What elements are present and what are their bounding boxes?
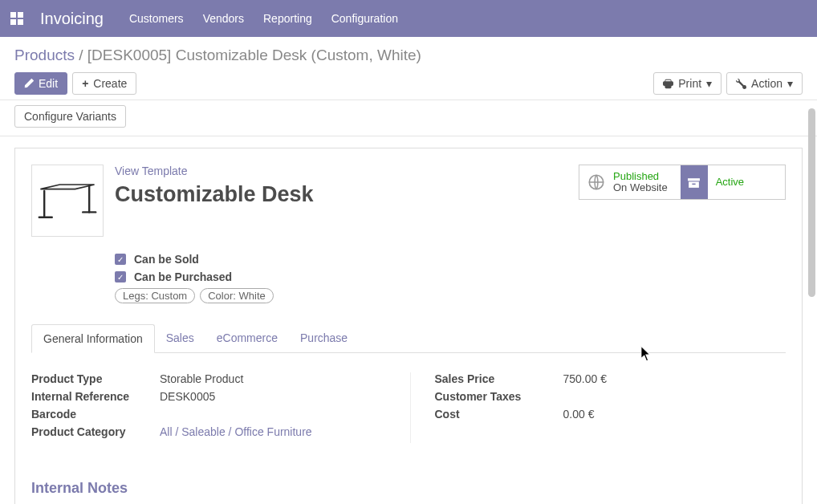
internal-ref-value: DESK0005 bbox=[160, 390, 215, 403]
active-stat[interactable]: Active bbox=[708, 165, 757, 199]
product-title: Customizable Desk bbox=[115, 182, 579, 207]
globe-icon bbox=[587, 173, 605, 191]
print-button[interactable]: Print ▾ bbox=[653, 72, 721, 95]
sales-price-value: 750.00 € bbox=[563, 372, 608, 385]
variant-tags: Legs: Custom Color: White bbox=[115, 288, 786, 303]
can-be-sold-label: Can be Sold bbox=[134, 253, 199, 266]
notebook-tabs: General Information Sales eCommerce Purc… bbox=[31, 324, 786, 353]
sales-price-label: Sales Price bbox=[435, 372, 563, 385]
nav-vendors[interactable]: Vendors bbox=[203, 12, 244, 25]
printer-icon bbox=[663, 79, 673, 89]
svg-rect-2 bbox=[10, 19, 16, 25]
plus-icon: + bbox=[82, 77, 88, 90]
create-button[interactable]: + Create bbox=[72, 72, 136, 95]
nav-configuration[interactable]: Configuration bbox=[331, 12, 398, 25]
svg-rect-0 bbox=[10, 12, 16, 18]
can-be-purchased-label: Can be Purchased bbox=[134, 270, 232, 283]
scrollbar-thumb[interactable] bbox=[808, 108, 815, 297]
tab-general-info[interactable]: General Information bbox=[31, 324, 155, 353]
app-brand[interactable]: Invoicing bbox=[40, 10, 104, 28]
button-box-bar: Configure Variants bbox=[0, 100, 817, 136]
form-sheet: View Template Customizable Desk Publishe… bbox=[14, 148, 803, 504]
product-category-label: Product Category bbox=[31, 425, 160, 438]
control-panel: Products / [DESK0005] Customizable Desk … bbox=[0, 37, 817, 100]
can-be-sold-row: ✓ Can be Sold bbox=[115, 253, 786, 266]
pencil-icon bbox=[24, 79, 34, 88]
internal-notes-heading: Internal Notes bbox=[31, 480, 786, 497]
nav-menu: Customers Vendors Reporting Configuratio… bbox=[129, 12, 398, 25]
nav-reporting[interactable]: Reporting bbox=[263, 12, 312, 25]
breadcrumb-current: [DESK0005] Customizable Desk (Custom, Wh… bbox=[87, 47, 421, 63]
top-nav: Invoicing Customers Vendors Reporting Co… bbox=[0, 0, 817, 37]
view-template-link[interactable]: View Template bbox=[115, 165, 188, 177]
tab-purchase[interactable]: Purchase bbox=[289, 324, 359, 352]
svg-rect-9 bbox=[688, 178, 700, 181]
product-type-label: Product Type bbox=[31, 372, 160, 385]
checkbox-purchased[interactable]: ✓ bbox=[115, 271, 126, 282]
breadcrumb-sep: / bbox=[75, 47, 87, 63]
product-image[interactable] bbox=[31, 165, 104, 237]
general-info-panel: Product Type Storable Product Internal R… bbox=[31, 372, 786, 443]
archive-icon bbox=[687, 176, 701, 189]
caret-down-icon: ▾ bbox=[706, 77, 712, 90]
product-category-value[interactable]: All / Saleable / Office Furniture bbox=[160, 425, 312, 438]
on-website-label: On Website bbox=[613, 182, 668, 193]
svg-rect-3 bbox=[18, 19, 23, 25]
svg-rect-11 bbox=[693, 183, 696, 185]
published-stat[interactable]: Published On Website bbox=[579, 165, 681, 199]
breadcrumb: Products / [DESK0005] Customizable Desk … bbox=[14, 47, 803, 64]
tag-legs: Legs: Custom bbox=[115, 288, 195, 303]
edit-button[interactable]: Edit bbox=[14, 72, 67, 95]
breadcrumb-root[interactable]: Products bbox=[14, 47, 75, 63]
cost-value: 0.00 € bbox=[563, 408, 595, 421]
cost-label: Cost bbox=[435, 408, 563, 421]
tab-ecommerce[interactable]: eCommerce bbox=[205, 324, 289, 352]
checkbox-sold[interactable]: ✓ bbox=[115, 254, 126, 265]
internal-ref-label: Internal Reference bbox=[31, 390, 160, 403]
published-label: Published bbox=[613, 171, 668, 182]
configure-variants-button[interactable]: Configure Variants bbox=[14, 105, 126, 128]
tag-color: Color: White bbox=[200, 288, 274, 303]
archive-icon-block bbox=[681, 165, 708, 199]
tab-sales[interactable]: Sales bbox=[155, 324, 205, 352]
action-button[interactable]: Action ▾ bbox=[726, 72, 803, 95]
product-type-value: Storable Product bbox=[160, 372, 243, 385]
wrench-icon bbox=[736, 79, 746, 89]
nav-customers[interactable]: Customers bbox=[129, 12, 184, 25]
status-buttons: Published On Website Active bbox=[579, 165, 786, 200]
customer-taxes-label: Customer Taxes bbox=[435, 390, 563, 403]
barcode-label: Barcode bbox=[31, 408, 160, 421]
active-label: Active bbox=[716, 176, 744, 188]
caret-down-icon: ▾ bbox=[787, 77, 793, 90]
can-be-purchased-row: ✓ Can be Purchased bbox=[115, 270, 786, 283]
svg-rect-1 bbox=[18, 12, 23, 18]
apps-switcher-icon[interactable] bbox=[6, 8, 27, 29]
